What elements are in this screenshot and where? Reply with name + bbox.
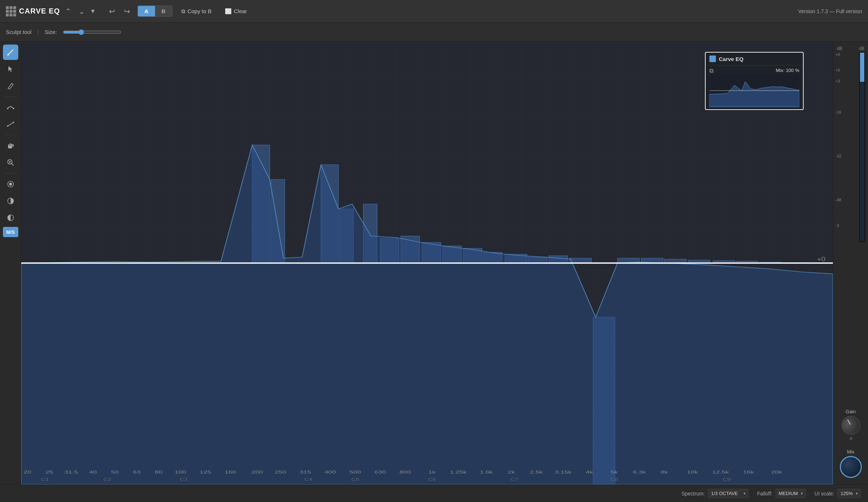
select-tool-button[interactable] — [3, 61, 18, 77]
svg-text:400: 400 — [325, 470, 336, 474]
sculpt-tool-label: Sculpt tool — [6, 29, 31, 35]
svg-text:C2: C2 — [103, 478, 112, 482]
left-toolbar: M/S — [0, 42, 21, 484]
preset-dropdown-button[interactable]: ▼ — [90, 8, 96, 15]
svg-point-2 — [7, 125, 8, 127]
spectrum-group: Spectrum: 1/3 OCTAVE 1/6 OCTAVE 1/12 OCT… — [682, 489, 748, 498]
db-headers: dB dB — [835, 45, 867, 51]
svg-text:25: 25 — [45, 470, 53, 474]
clear-label: Clear — [234, 8, 247, 14]
pencil-tool-button[interactable] — [3, 78, 18, 94]
mix-knob[interactable] — [840, 456, 862, 478]
vu-bars — [859, 52, 865, 242]
curve-smooth-button[interactable] — [3, 100, 18, 115]
preset-up-button[interactable]: ⌃ — [63, 6, 73, 16]
db-label-3: +3 — [835, 79, 840, 83]
svg-text:4k: 4k — [586, 470, 593, 474]
svg-text:C1: C1 — [41, 478, 49, 482]
db-header-left: dB — [837, 46, 842, 51]
svg-text:50: 50 — [111, 470, 119, 474]
ms-button[interactable]: M/S — [3, 227, 18, 237]
svg-point-14 — [9, 183, 12, 186]
svg-text:20: 20 — [24, 470, 31, 474]
ui-scale-select-wrapper: 100% 125% 150% 175% 200% — [837, 489, 861, 498]
gain-label: Gain — [846, 409, 856, 414]
svg-text:1k: 1k — [429, 470, 436, 474]
curve-tilt-button[interactable] — [3, 117, 18, 132]
size-slider-wrap — [63, 29, 121, 35]
falloff-select[interactable]: FAST MEDIUM SLOW OFF — [775, 489, 806, 498]
undo-redo-group: ↩ ↪ — [106, 5, 133, 17]
zoom-tool-button[interactable] — [3, 155, 18, 170]
mini-preview-title: Carve EQ — [719, 56, 744, 62]
copy-icon: ⧉ — [181, 8, 185, 15]
gain-section: Gain -6 — [833, 409, 868, 441]
app-title: CARVE EQ — [19, 7, 60, 15]
spectrum-select-wrapper: 1/3 OCTAVE 1/6 OCTAVE 1/12 OCTAVE OFF — [708, 489, 748, 498]
x-axis-labels: 20 25 31.5 40 50 63 80 100 125 160 200 2… — [21, 470, 833, 484]
db-label-6: +6 — [835, 68, 840, 72]
svg-text:6.3k: 6.3k — [633, 470, 646, 474]
mini-mix-label: Mix: 100 % — [776, 68, 799, 73]
copy-to-b-button[interactable]: ⧉ Copy to B — [177, 6, 216, 17]
svg-rect-7 — [8, 146, 12, 148]
svg-text:20k: 20k — [771, 470, 782, 474]
size-slider[interactable] — [63, 29, 121, 35]
hand-tool-button[interactable] — [3, 138, 18, 153]
ui-scale-select[interactable]: 100% 125% 150% 175% 200% — [837, 489, 861, 498]
preset-down-button[interactable]: ⌄ — [76, 6, 87, 16]
db-label-minus16: -16 — [835, 110, 841, 114]
top-bar: CARVE EQ ⌃ ⌄ ▼ ↩ ↪ A B ⧉ Copy to B ⬜ Cle… — [0, 0, 868, 23]
vu-meter — [859, 52, 865, 242]
tool-bar: Sculpt tool | Size: — [0, 23, 868, 42]
sculpt-tool-button[interactable] — [3, 45, 18, 60]
mid-mode-button[interactable] — [3, 193, 18, 209]
vu-bar-lit — [860, 53, 864, 82]
eq-canvas-area[interactable]: +0 Carve EQ ⧉ Mix: 100 % 20 25 — [21, 42, 833, 484]
svg-text:63: 63 — [133, 470, 140, 474]
svg-line-10 — [11, 164, 14, 166]
spectrum-select[interactable]: 1/3 OCTAVE 1/6 OCTAVE 1/12 OCTAVE OFF — [708, 489, 748, 498]
svg-text:200: 200 — [252, 470, 263, 474]
mini-copy-icon[interactable]: ⧉ — [709, 68, 713, 74]
mix-label: Mix — [847, 449, 854, 455]
svg-text:315: 315 — [299, 470, 311, 474]
svg-text:3.15k: 3.15k — [555, 470, 571, 474]
stereo-mode-button[interactable] — [3, 176, 18, 192]
svg-text:2.5k: 2.5k — [530, 470, 543, 474]
ab-group: A B — [137, 5, 173, 17]
undo-button[interactable]: ↩ — [106, 5, 118, 17]
svg-text:C8: C8 — [610, 478, 618, 482]
right-panel: dB dB +0 +6 +3 -16 -32 -48 -3 Gain -6 — [833, 42, 868, 484]
svg-point-1 — [13, 108, 14, 109]
ab-b-button[interactable]: B — [155, 6, 172, 16]
mini-preview-popup: Carve EQ ⧉ Mix: 100 % — [705, 52, 804, 110]
redo-button[interactable]: ↪ — [121, 5, 133, 17]
svg-text:16k: 16k — [743, 470, 754, 474]
clear-button[interactable]: ⬜ Clear — [220, 6, 252, 17]
svg-text:+0: +0 — [817, 256, 825, 262]
gain-knob[interactable] — [838, 412, 864, 438]
db-label-minus32: -32 — [835, 154, 841, 158]
ui-scale-group: UI scale: 100% 125% 150% 175% 200% — [815, 489, 861, 498]
ui-scale-label: UI scale: — [815, 491, 834, 497]
svg-text:C3: C3 — [180, 478, 188, 482]
svg-text:5k: 5k — [611, 470, 618, 474]
mix-section: Mix — [833, 449, 868, 478]
db-label-0: +0 — [835, 53, 840, 57]
svg-text:160: 160 — [224, 470, 236, 474]
ab-a-button[interactable]: A — [138, 6, 155, 16]
svg-text:1.25k: 1.25k — [450, 470, 467, 474]
db-label-minus48: -48 — [835, 198, 841, 202]
svg-point-0 — [7, 108, 8, 109]
db-header-right: dB — [859, 46, 864, 51]
bottom-bar: Spectrum: 1/3 OCTAVE 1/6 OCTAVE 1/12 OCT… — [0, 484, 868, 502]
side-mode-button[interactable] — [3, 210, 18, 225]
db-label-minus3: -3 — [835, 224, 839, 228]
svg-text:C7: C7 — [510, 478, 518, 482]
svg-text:C9: C9 — [723, 478, 731, 482]
svg-text:250: 250 — [275, 470, 286, 474]
vu-bar-unlit — [860, 82, 864, 241]
svg-text:40: 40 — [89, 470, 97, 474]
logo-icon — [6, 6, 16, 16]
